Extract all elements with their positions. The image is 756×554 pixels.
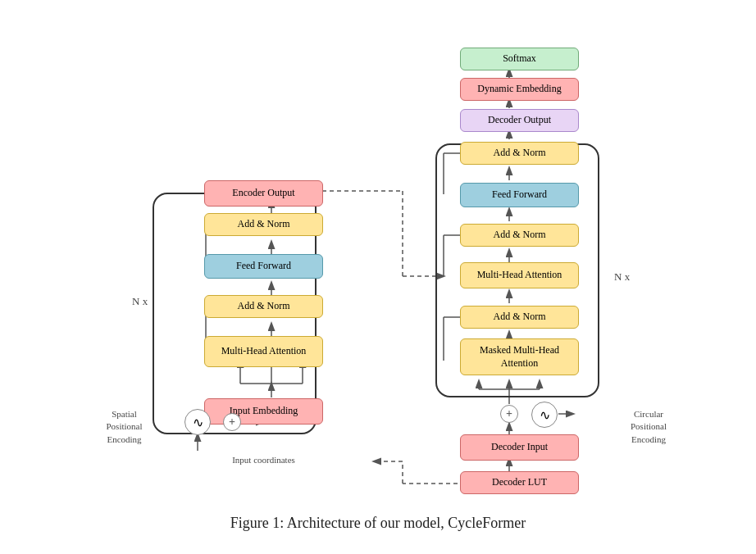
circular-pe-label: Circular Positional Encoding xyxy=(612,408,685,446)
enc-feed-forward-block: Feed Forward xyxy=(204,254,323,279)
dec-plus-circle: + xyxy=(500,405,518,423)
enc-feed-forward-label: Feed Forward xyxy=(236,260,291,273)
dec-sine-circle: ∿ xyxy=(531,402,558,428)
enc-add-norm-2-label: Add & Norm xyxy=(238,218,290,231)
enc-input-embedding-block: Input Embedding xyxy=(204,398,323,425)
enc-input-embedding-label: Input Embedding xyxy=(230,405,298,418)
dec-feed-forward-label: Feed Forward xyxy=(492,188,547,202)
enc-sine-circle: ∿ xyxy=(184,409,211,435)
dec-add-norm-3-label: Add & Norm xyxy=(494,147,546,160)
dynamic-embedding-block: Dynamic Embedding xyxy=(460,78,579,101)
enc-plus-circle: + xyxy=(223,413,241,431)
dec-mha-block: Multi-Head Attention xyxy=(460,262,579,288)
encoder-output-block: Encoder Output xyxy=(204,180,323,207)
dec-add-norm-2-label: Add & Norm xyxy=(494,229,546,242)
softmax-block: Softmax xyxy=(460,48,579,70)
diagram-container: Encoder Output Add & Norm Feed Forward A… xyxy=(25,16,731,508)
enc-mha-block: Multi-Head Attention xyxy=(204,336,323,367)
decoder-lut-label: Decoder LUT xyxy=(492,476,547,489)
dec-add-norm-1-label: Add & Norm xyxy=(494,311,546,324)
enc-add-norm-1-block: Add & Norm xyxy=(204,295,323,318)
dec-feed-forward-block: Feed Forward xyxy=(460,183,579,207)
decoder-output-block: Decoder Output xyxy=(460,109,579,132)
spatial-pe-label: Spatial Positional Encoding xyxy=(89,408,159,446)
dec-add-norm-1-block: Add & Norm xyxy=(460,306,579,329)
figure-caption: Figure 1: Architecture of our model, Cyc… xyxy=(230,515,526,532)
enc-nx-label: N x xyxy=(132,295,148,308)
masked-mha-block: Masked Multi-Head Attention xyxy=(460,338,579,375)
dec-mha-label: Multi-Head Attention xyxy=(477,269,562,282)
enc-add-norm-2-block: Add & Norm xyxy=(204,213,323,236)
decoder-input-label: Decoder Input xyxy=(491,441,548,454)
decoder-input-block: Decoder Input xyxy=(460,434,579,461)
dec-add-norm-3-block: Add & Norm xyxy=(460,142,579,165)
dec-add-norm-2-block: Add & Norm xyxy=(460,224,579,247)
decoder-lut-block: Decoder LUT xyxy=(460,471,579,494)
dec-nx-label: N x xyxy=(614,270,630,284)
dynamic-embedding-label: Dynamic Embedding xyxy=(477,83,561,96)
encoder-output-label: Encoder Output xyxy=(232,187,294,200)
softmax-label: Softmax xyxy=(503,52,536,66)
enc-mha-label: Multi-Head Attention xyxy=(221,345,307,358)
masked-mha-label: Masked Multi-Head Attention xyxy=(480,344,559,370)
input-coords-label: Input coordinates xyxy=(204,455,323,465)
decoder-output-label: Decoder Output xyxy=(488,114,551,127)
enc-add-norm-1-label: Add & Norm xyxy=(238,300,290,313)
